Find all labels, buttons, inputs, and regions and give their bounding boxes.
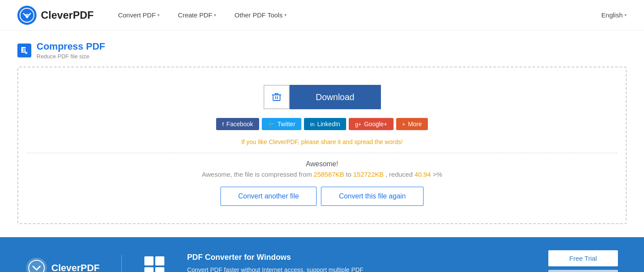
download-area: Download [27,85,617,109]
logo-text: CleverPDF [41,9,93,21]
more-share-button[interactable]: + More [396,118,428,130]
section-divider [27,153,617,153]
footer-buttons: Free Trial Learn More [548,250,618,272]
nav-other-tools[interactable]: Other PDF Tools ▾ [227,8,294,22]
footer-vertical-divider [121,255,122,272]
twitter-share-button[interactable]: 🐦 Twitter [262,118,301,130]
facebook-icon: f [222,121,224,128]
svg-rect-5 [23,50,26,50]
svg-rect-4 [23,48,26,49]
success-message: Awesome, the file is compressed from 258… [27,171,617,178]
svg-rect-11 [155,256,164,265]
linkedin-icon: in [310,121,314,128]
svg-rect-12 [144,267,153,272]
nav-convert-pdf[interactable]: Convert PDF ▾ [111,8,167,22]
chevron-down-icon: ▾ [214,13,216,17]
plus-icon: + [402,121,406,128]
page-subtitle: Reduce PDF file size [37,53,105,60]
main-nav: Convert PDF ▾ Create PDF ▾ Other PDF Too… [111,8,601,22]
reduced-percent: 40.94 [414,171,431,178]
share-buttons-area: f Facebook 🐦 Twitter in LinkedIn g+ Goog… [27,118,617,130]
footer-product-title: PDF Converter for Windows [187,253,535,262]
svg-rect-10 [144,256,153,265]
footer-description: PDF Converter for Windows Convert PDF fa… [187,253,535,272]
chevron-down-icon: ▾ [157,13,160,17]
chevron-down-icon: ▾ [284,13,287,17]
footer-logo: CleverPDF [26,258,100,272]
delete-button[interactable] [264,85,290,109]
svg-rect-7 [273,95,280,101]
footer-product-description: Convert PDF faster without Internet acce… [187,265,535,272]
windows-icon [143,255,165,272]
page-header: Compress PDF Reduce PDF file size [0,30,644,67]
compress-page-icon [17,44,31,57]
download-button[interactable]: Download [290,85,381,109]
svg-rect-6 [23,51,25,52]
nav-create-pdf[interactable]: Create PDF ▾ [171,8,223,22]
page-title: Compress PDF [37,41,105,52]
to-size: 152722KB [353,171,384,178]
chevron-down-icon: ▾ [624,13,627,17]
page-title-area: Compress PDF Reduce PDF file size [37,41,105,60]
from-size: 258587KB [314,171,344,178]
share-message: If you like CleverPDF, please share it a… [241,138,403,145]
footer-logo-icon [26,258,47,272]
facebook-share-button[interactable]: f Facebook [216,118,259,130]
free-trial-button[interactable]: Free Trial [548,250,618,266]
logo-area[interactable]: $ CleverPDF [17,6,93,25]
header: $ CleverPDF Convert PDF ▾ Create PDF ▾ O… [0,0,644,30]
footer-banner: CleverPDF PDF Converter for Windows Conv… [0,237,644,272]
main-content-box: Download f Facebook 🐦 Twitter in LinkedI… [17,67,627,224]
twitter-icon: 🐦 [268,121,275,128]
convert-another-button[interactable]: Convert another file [220,187,317,206]
linkedin-share-button[interactable]: in LinkedIn [304,118,346,130]
success-title: Awesome! [27,160,617,168]
success-area: Awesome! Awesome, the file is compressed… [27,160,617,206]
convert-again-button[interactable]: Convert this file again [321,187,424,206]
svg-rect-13 [155,267,164,272]
logo-icon: $ [17,6,37,25]
googleplus-share-button[interactable]: g+ Google+ [349,118,393,130]
learn-more-button[interactable]: Learn More [548,270,618,272]
footer-logo-text: CleverPDF [51,262,100,272]
googleplus-icon: g+ [355,121,361,128]
language-selector[interactable]: English ▾ [601,11,627,19]
action-buttons: Convert another file Convert this file a… [27,187,617,206]
